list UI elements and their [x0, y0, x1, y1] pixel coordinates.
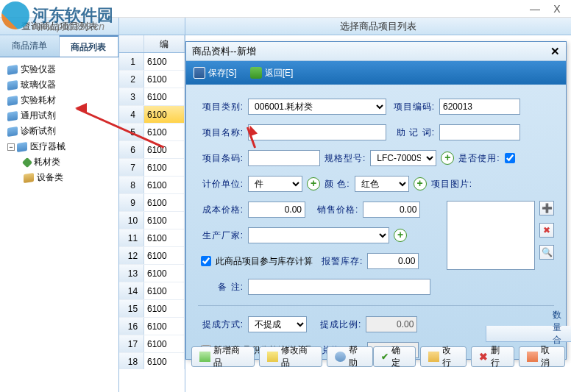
- watermark: 河东软件园: [1, 1, 113, 29]
- label-ratio: 提成比例:: [320, 318, 361, 331]
- label-unit: 计价单位:: [198, 178, 244, 190]
- mnemonic-input[interactable]: [439, 124, 520, 140]
- collapse-icon[interactable]: −: [7, 143, 15, 151]
- help-button[interactable]: 帮助: [327, 346, 373, 367]
- unit-select[interactable]: 件: [248, 176, 302, 192]
- minimize-button[interactable]: —: [524, 3, 546, 15]
- remove-image-button[interactable]: ✖: [539, 223, 554, 238]
- check-icon: ✔: [381, 352, 389, 362]
- label-pic: 项目图片:: [431, 178, 472, 190]
- category-select[interactable]: 006001.耗材类: [248, 99, 386, 115]
- tree-item[interactable]: −医疗器械: [3, 139, 116, 154]
- edit-icon: [428, 352, 439, 362]
- tree-item[interactable]: 玻璃仪器: [3, 77, 116, 93]
- table-row[interactable]: 126100: [119, 247, 185, 265]
- category-tree: 实验仪器 玻璃仪器 实验耗材 通用试剂 诊断试剂 −医疗器械 耗材类 设备类: [0, 57, 118, 392]
- label-maker: 生产厂家:: [198, 229, 244, 242]
- table-row[interactable]: 146100: [119, 282, 185, 300]
- plus-icon: [199, 352, 210, 362]
- delete-row-button[interactable]: ✖删行: [471, 346, 514, 367]
- table-body: 1610026100361004610056100661007610086100…: [119, 53, 185, 369]
- table-row[interactable]: 166100: [119, 318, 185, 335]
- add-image-button[interactable]: ➕: [539, 201, 554, 215]
- save-icon: [194, 67, 205, 79]
- ok-button[interactable]: ✔确定: [373, 346, 415, 367]
- table-row[interactable]: 136100: [119, 265, 185, 282]
- right-header: 选择商品项目列表: [185, 18, 571, 35]
- ratio-input: [366, 316, 417, 332]
- add-maker-button[interactable]: +: [394, 229, 407, 242]
- cost-input[interactable]: [248, 202, 305, 218]
- dialog-titlebar: 商品资料--新增 ✕: [186, 42, 566, 61]
- image-preview: [447, 201, 535, 270]
- label-commission: 提成方式:: [198, 318, 244, 331]
- maker-select[interactable]: [248, 227, 389, 243]
- label-alarm: 报警库存:: [322, 255, 363, 268]
- label-name: 项目名称:: [198, 126, 244, 139]
- tree-item[interactable]: 诊断试剂: [3, 124, 116, 139]
- tree-child[interactable]: 设备类: [3, 170, 116, 185]
- leaf-icon: [24, 173, 34, 183]
- label-remark: 备 注:: [198, 281, 244, 293]
- table-header: 编: [119, 35, 185, 53]
- color-select[interactable]: 红色: [355, 176, 409, 192]
- label-code: 项目编码:: [391, 101, 435, 113]
- tree-child[interactable]: 耗材类: [3, 154, 116, 170]
- add-unit-button[interactable]: +: [307, 177, 320, 190]
- edit-row-button[interactable]: 改行: [420, 346, 467, 367]
- search-image-button[interactable]: 🔍: [539, 245, 554, 260]
- label-spec: 规格型号:: [324, 152, 366, 165]
- footer-bar: 新增商品 修改商品 帮助 ✔确定 改行 ✖删行 取消: [188, 343, 568, 370]
- return-button[interactable]: 返回[E]: [250, 67, 294, 79]
- code-input[interactable]: [439, 99, 520, 115]
- tree-item[interactable]: 实验仪器: [3, 62, 116, 77]
- new-product-button[interactable]: 新增商品: [191, 346, 255, 367]
- stock-checkbox[interactable]: [201, 256, 211, 266]
- table-row[interactable]: 116100: [119, 229, 185, 247]
- add-color-button[interactable]: +: [414, 177, 427, 190]
- modify-product-button[interactable]: 修改商品: [259, 346, 322, 367]
- dialog-close-button[interactable]: ✕: [550, 45, 560, 58]
- table-row[interactable]: 16100: [119, 53, 185, 71]
- remark-input[interactable]: [248, 279, 430, 295]
- sale-input[interactable]: [363, 202, 420, 218]
- table-row[interactable]: 36100: [119, 88, 185, 106]
- label-color: 颜 色:: [324, 178, 350, 190]
- add-spec-button[interactable]: +: [441, 152, 454, 165]
- tab-product-items[interactable]: 商品列表: [60, 35, 119, 57]
- name-input[interactable]: [248, 124, 386, 140]
- table-row[interactable]: 86100: [119, 177, 185, 194]
- alarm-input[interactable]: [367, 253, 419, 269]
- cancel-button[interactable]: 取消: [519, 346, 565, 367]
- dialog-title-text: 商品资料--新增: [192, 45, 550, 58]
- mid-header: [119, 18, 185, 35]
- table-row[interactable]: 56100: [119, 124, 185, 141]
- leaf-icon: [22, 157, 32, 167]
- tree-item[interactable]: 通用试剂: [3, 108, 116, 124]
- tab-product-list[interactable]: 商品清单: [0, 35, 60, 57]
- cancel-icon: [527, 352, 538, 362]
- table-row[interactable]: 76100: [119, 159, 185, 177]
- spec-select[interactable]: LFC-7000S: [370, 150, 436, 166]
- table-row[interactable]: 26100: [119, 71, 185, 88]
- return-icon: [250, 67, 262, 79]
- label-barcode: 项目条码:: [198, 152, 244, 165]
- table-row[interactable]: 186100: [119, 353, 185, 369]
- table-row[interactable]: 106100: [119, 212, 185, 229]
- label-mnemonic: 助 记 词:: [391, 126, 435, 139]
- used-checkbox[interactable]: [505, 153, 515, 163]
- commission-select[interactable]: 不提成: [248, 316, 307, 332]
- table-row[interactable]: 176100: [119, 335, 185, 353]
- table-row[interactable]: 46100: [119, 106, 185, 124]
- left-tabs: 商品清单 商品列表: [0, 35, 118, 57]
- table-row[interactable]: 96100: [119, 194, 185, 212]
- table-row[interactable]: 66100: [119, 141, 185, 159]
- close-button[interactable]: X: [546, 3, 568, 15]
- help-icon: [335, 352, 346, 362]
- tree-item[interactable]: 实验耗材: [3, 93, 116, 108]
- table-row[interactable]: 156100: [119, 300, 185, 318]
- edit-icon: [267, 352, 278, 362]
- barcode-input[interactable]: [248, 150, 320, 166]
- footer-stats: 数量合计: 金额合计:: [486, 326, 571, 342]
- save-button[interactable]: 保存[S]: [194, 67, 237, 79]
